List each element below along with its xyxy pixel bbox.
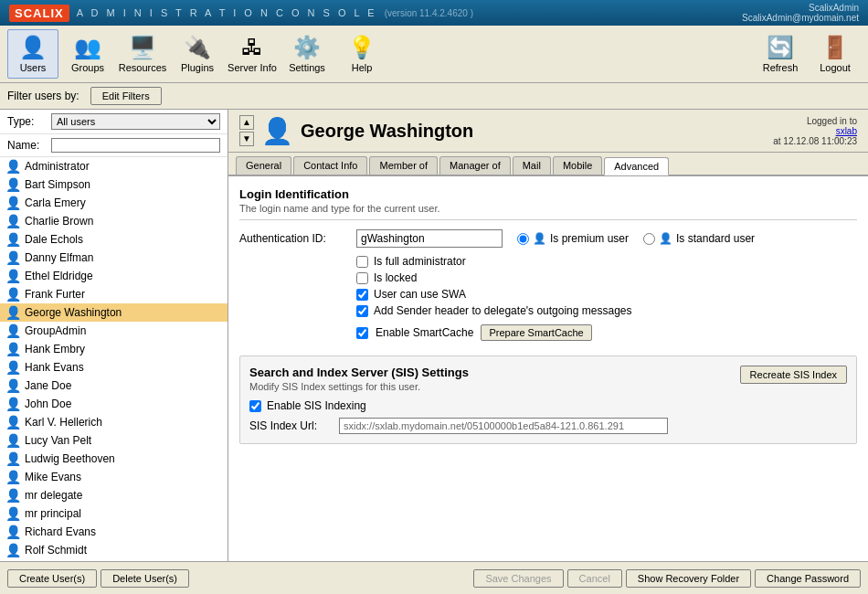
use-swa-label: User can use SWA xyxy=(374,288,466,301)
sis-section: Search and Index Server (SIS) Settings M… xyxy=(239,355,857,444)
refresh-button[interactable]: 🔄 Refresh xyxy=(755,29,806,79)
help-icon: 💡 xyxy=(348,35,376,60)
user-list-item[interactable]: 👤Bart Simpson xyxy=(0,175,228,194)
server-info-button[interactable]: 🖧 Server Info xyxy=(227,29,278,79)
smartcache-checkbox[interactable] xyxy=(356,327,368,339)
type-select[interactable]: All users xyxy=(51,113,220,130)
filter-type-row: Type: All users xyxy=(0,110,228,134)
user-list-item[interactable]: 👤mr principal xyxy=(0,504,228,523)
smartcache-row: Enable SmartCache Prepare SmartCache xyxy=(356,324,857,341)
user-item-name: Richard Evans xyxy=(25,525,96,538)
user-item-name: Jane Doe xyxy=(25,379,71,392)
tab-member_of[interactable]: Member of xyxy=(369,156,438,175)
create-user-button[interactable]: Create User(s) xyxy=(7,569,97,588)
user-list-item[interactable]: 👤Ludwig Beethoven xyxy=(0,450,228,468)
full-admin-label: Is full administrator xyxy=(374,255,466,268)
user-list-item[interactable]: 👤Hank Embry xyxy=(0,340,228,358)
tab-contact_info[interactable]: Contact Info xyxy=(293,156,367,175)
settings-label: Settings xyxy=(289,62,325,73)
auth-input[interactable] xyxy=(356,229,503,248)
logout-icon: 🚪 xyxy=(821,35,849,60)
user-list-item[interactable]: 👤Danny Elfman xyxy=(0,249,228,267)
name-input[interactable] xyxy=(51,138,220,153)
user-list-item[interactable]: 👤Jane Doe xyxy=(0,377,228,395)
help-label: Help xyxy=(352,62,373,73)
sis-url-input[interactable] xyxy=(339,418,668,434)
user-item-icon: 👤 xyxy=(5,525,21,539)
tab-mobile[interactable]: Mobile xyxy=(553,156,602,175)
nav-down-icon[interactable]: ▼ xyxy=(239,132,254,146)
locked-checkbox[interactable] xyxy=(356,272,368,284)
user-list-item[interactable]: 👤Administrator xyxy=(0,157,228,175)
premium-radio[interactable] xyxy=(517,233,529,245)
user-list-item[interactable]: 👤Lucy Van Pelt xyxy=(0,431,228,450)
user-item-icon: 👤 xyxy=(5,287,21,302)
user-list-item[interactable]: 👤GroupAdmin xyxy=(0,322,228,340)
sis-enable-checkbox[interactable] xyxy=(249,400,261,412)
save-changes-button[interactable]: Save Changes xyxy=(473,569,563,588)
groups-button[interactable]: 👥 Groups xyxy=(62,29,113,79)
tab-mail[interactable]: Mail xyxy=(513,156,551,175)
user-list-item[interactable]: 👤Charlie Brown xyxy=(0,212,228,230)
plugins-button[interactable]: 🔌 Plugins xyxy=(172,29,223,79)
full-admin-checkbox[interactable] xyxy=(356,256,368,268)
change-password-button[interactable]: Change Password xyxy=(755,569,861,588)
title-bar: SCALIX A D M I N I S T R A T I O N C O N… xyxy=(0,0,868,26)
user-item-icon: 👤 xyxy=(5,324,21,338)
user-list-item[interactable]: 👤Hank Evans xyxy=(0,358,228,377)
add-sender-checkbox[interactable] xyxy=(356,305,368,317)
user-list-item[interactable]: 👤Rolf Schmidt xyxy=(0,541,228,559)
tab-advanced[interactable]: Advanced xyxy=(604,157,669,175)
logout-button[interactable]: 🚪 Logout xyxy=(810,29,861,79)
use-swa-checkbox[interactable] xyxy=(356,289,368,301)
tab-manager_of[interactable]: Manager of xyxy=(439,156,511,175)
sis-desc: Modify SIS Index settings for this user. xyxy=(249,381,469,392)
users-label: Users xyxy=(20,62,47,73)
user-list-item[interactable]: 👤Dale Echols xyxy=(0,230,228,249)
cancel-button[interactable]: Cancel xyxy=(567,569,622,588)
user-list-item[interactable]: 👤Richard Evans xyxy=(0,523,228,541)
edit-filters-button[interactable]: Edit Filters xyxy=(90,87,162,105)
scalix-logo: SCALIX xyxy=(9,5,69,22)
user-list-item[interactable]: 👤Mike Evans xyxy=(0,468,228,486)
user-list-item[interactable]: 👤Carla Emery xyxy=(0,194,228,212)
show-recovery-button[interactable]: Show Recovery Folder xyxy=(626,569,751,588)
sis-url-label: SIS Index Url: xyxy=(249,419,332,432)
title-bar-title: A D M I N I S T R A T I O N C O N S O L … xyxy=(77,7,377,18)
delete-user-button[interactable]: Delete User(s) xyxy=(101,569,189,588)
sxlab-link[interactable]: sxlab xyxy=(836,126,857,136)
user-item-name: Hank Embry xyxy=(25,343,85,355)
user-list-item[interactable]: 👤Karl V. Hellerich xyxy=(0,413,228,431)
resources-button[interactable]: 🖥️ Resources xyxy=(117,29,168,79)
user-list-item[interactable]: 👤Frank Furter xyxy=(0,285,228,303)
help-button[interactable]: 💡 Help xyxy=(336,29,387,79)
premium-radio-option[interactable]: 👤 Is premium user xyxy=(517,232,629,245)
user-item-name: Carla Emery xyxy=(25,196,86,209)
nav-up-icon[interactable]: ▲ xyxy=(239,115,254,130)
resources-label: Resources xyxy=(119,62,167,73)
user-item-icon: 👤 xyxy=(5,232,21,247)
bottom-bar: Create User(s) Delete User(s) Save Chang… xyxy=(0,561,868,594)
prepare-smartcache-button[interactable]: Prepare SmartCache xyxy=(481,324,591,341)
standard-radio-option[interactable]: 👤 Is standard user xyxy=(643,232,755,245)
user-list-item[interactable]: 👤John Doe xyxy=(0,395,228,413)
full-admin-row: Is full administrator xyxy=(356,255,857,268)
user-item-icon: 👤 xyxy=(5,415,21,430)
user-list-item[interactable]: 👤Scalix Premium xyxy=(0,559,228,561)
user-list-item[interactable]: 👤George Washington xyxy=(0,303,228,322)
recreate-sis-button[interactable]: Recreate SIS Index xyxy=(740,366,847,384)
standard-radio[interactable] xyxy=(643,233,655,245)
settings-button[interactable]: ⚙️ Settings xyxy=(281,29,333,79)
settings-icon: ⚙️ xyxy=(293,35,321,60)
auth-label: Authentication ID: xyxy=(239,232,349,245)
user-item-icon: 👤 xyxy=(5,397,21,411)
plugins-label: Plugins xyxy=(181,62,214,73)
user-item-name: George Washington xyxy=(25,306,122,319)
users-button[interactable]: 👤 Users xyxy=(7,29,58,79)
user-list-item[interactable]: 👤mr delegate xyxy=(0,486,228,504)
user-avatar: 👤 xyxy=(261,116,293,146)
user-list-item[interactable]: 👤Ethel Eldridge xyxy=(0,267,228,285)
users-icon: 👤 xyxy=(19,35,47,60)
user-item-name: Dale Echols xyxy=(25,233,83,246)
tab-general[interactable]: General xyxy=(236,156,291,175)
